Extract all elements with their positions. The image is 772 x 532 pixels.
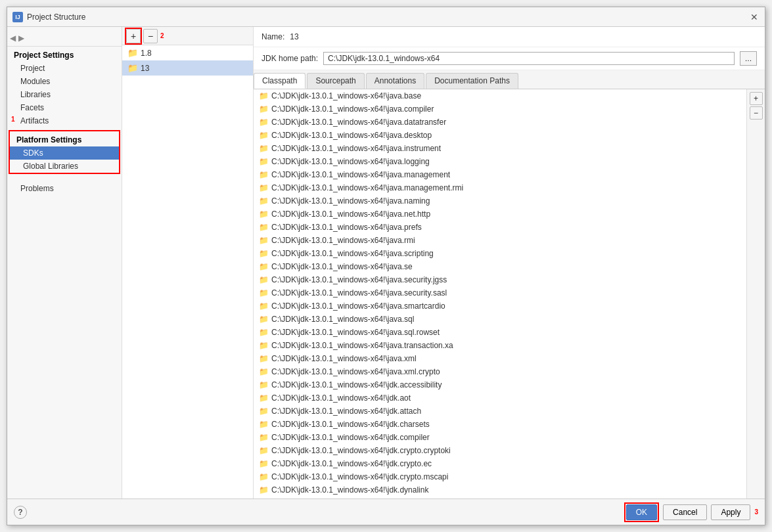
path-list-item[interactable]: 📁C:\JDK\jdk-13.0.1_windows-x64!\jdk.cryp… [254, 444, 746, 457]
path-list-item[interactable]: 📁C:\JDK\jdk-13.0.1_windows-x64!\java.nam… [254, 194, 746, 208]
sidebar-item-facets[interactable]: Facets [7, 101, 122, 114]
help-button[interactable]: ? [14, 506, 27, 519]
path-list-item[interactable]: 📁C:\JDK\jdk-13.0.1_windows-x64!\java.rmi [254, 234, 746, 247]
path-list-item[interactable]: 📁C:\JDK\jdk-13.0.1_windows-x64!\jdk.dyna… [254, 483, 746, 497]
path-list-item[interactable]: 📁C:\JDK\jdk-13.0.1_windows-x64!\java.scr… [254, 247, 746, 260]
path-list-item[interactable]: 📁C:\JDK\jdk-13.0.1_windows-x64!\java.se [254, 260, 746, 273]
path-folder-icon: 📁 [259, 301, 269, 311]
jdk-path-label: JDK home path: [261, 54, 318, 63]
jdk-browse-button[interactable]: … [740, 51, 757, 66]
path-text: C:\JDK\jdk-13.0.1_windows-x64!\java.sql.… [271, 328, 440, 337]
path-folder-icon: 📁 [259, 196, 269, 206]
path-folder-icon: 📁 [259, 367, 269, 376]
path-list-item[interactable]: 📁C:\JDK\jdk-13.0.1_windows-x64!\java.ins… [254, 142, 746, 155]
path-folder-icon: 📁 [259, 288, 269, 298]
sidebar-item-global-libraries[interactable]: Global Libraries [10, 160, 119, 173]
remove-path-button[interactable]: − [750, 106, 763, 120]
path-text: C:\JDK\jdk-13.0.1_windows-x64!\java.secu… [271, 275, 447, 284]
nav-forward-btn[interactable]: ▶ [18, 33, 24, 43]
path-text: C:\JDK\jdk-13.0.1_windows-x64!\java.base [271, 91, 421, 100]
path-list-item[interactable]: 📁C:\JDK\jdk-13.0.1_windows-x64!\java.man… [254, 181, 746, 194]
tab-sourcepath[interactable]: Sourcepath [307, 73, 364, 89]
path-list-item[interactable]: 📁C:\JDK\jdk-13.0.1_windows-x64!\jdk.char… [254, 418, 746, 431]
path-text: C:\JDK\jdk-13.0.1_windows-x64!\java.net.… [271, 210, 430, 219]
path-list-item[interactable]: 📁C:\JDK\jdk-13.0.1_windows-x64!\java.sql [254, 313, 746, 326]
tab-documentation[interactable]: Documentation Paths [426, 73, 518, 89]
path-folder-icon: 📁 [259, 170, 269, 179]
add-path-button[interactable]: + [750, 92, 763, 105]
paths-list: 📁C:\JDK\jdk-13.0.1_windows-x64!\java.bas… [254, 89, 746, 499]
path-list-item[interactable]: 📁C:\JDK\jdk-13.0.1_windows-x64!\java.dat… [254, 116, 746, 129]
sidebar-item-sdks[interactable]: SDKs [10, 146, 119, 160]
path-list-item[interactable]: 📁C:\JDK\jdk-13.0.1_windows-x64!\java.sql… [254, 326, 746, 339]
path-list-item[interactable]: 📁C:\JDK\jdk-13.0.1_windows-x64!\java.tra… [254, 339, 746, 352]
path-folder-icon: 📁 [259, 459, 269, 468]
path-list-item[interactable]: 📁C:\JDK\jdk-13.0.1_windows-x64!\java.com… [254, 102, 746, 116]
path-list-item[interactable]: 📁C:\JDK\jdk-13.0.1_windows-x64!\jdk.comp… [254, 431, 746, 444]
path-text: C:\JDK\jdk-13.0.1_windows-x64!\jdk.chars… [271, 420, 430, 429]
badge-1: 1 [11, 116, 15, 123]
path-folder-icon: 📁 [259, 407, 269, 416]
sdk-list: 📁 1.8 📁 13 [122, 45, 253, 499]
path-folder-icon: 📁 [259, 380, 269, 389]
path-folder-icon: 📁 [259, 328, 269, 337]
path-list-item[interactable]: 📁C:\JDK\jdk-13.0.1_windows-x64!\java.bas… [254, 89, 746, 102]
path-list-item[interactable]: 📁C:\JDK\jdk-13.0.1_windows-x64!\jdk.aot [254, 391, 746, 405]
center-panel: + − 2 📁 1.8 📁 13 [122, 27, 765, 499]
sdk-toolbar: + − 2 [122, 27, 253, 45]
path-folder-icon: 📁 [259, 393, 269, 403]
path-text: C:\JDK\jdk-13.0.1_windows-x64!\java.mana… [271, 170, 450, 179]
path-folder-icon: 📁 [259, 315, 269, 324]
path-list-item[interactable]: 📁C:\JDK\jdk-13.0.1_windows-x64!\java.sec… [254, 273, 746, 286]
path-folder-icon: 📁 [259, 91, 269, 100]
sidebar-item-artifacts[interactable]: 1 Artifacts [7, 114, 122, 127]
detail-panel: Name: 13 JDK home path: … Classpath [254, 27, 765, 499]
path-list-item[interactable]: 📁C:\JDK\jdk-13.0.1_windows-x64!\java.des… [254, 129, 746, 142]
path-list-item[interactable]: 📁C:\JDK\jdk-13.0.1_windows-x64!\java.sma… [254, 299, 746, 313]
path-list-item[interactable]: 📁C:\JDK\jdk-13.0.1_windows-x64!\java.net… [254, 208, 746, 221]
path-text: C:\JDK\jdk-13.0.1_windows-x64!\java.nami… [271, 196, 430, 206]
path-folder-icon: 📁 [259, 354, 269, 363]
path-list-item[interactable]: 📁C:\JDK\jdk-13.0.1_windows-x64!\java.xml… [254, 365, 746, 378]
path-list-item[interactable]: 📁C:\JDK\jdk-13.0.1_windows-x64!\java.sec… [254, 286, 746, 299]
tab-classpath[interactable]: Classpath [254, 73, 306, 89]
cancel-button[interactable]: Cancel [663, 504, 707, 520]
path-list-item[interactable]: 📁C:\JDK\jdk-13.0.1_windows-x64!\jdk.cryp… [254, 470, 746, 483]
ok-button[interactable]: OK [626, 504, 657, 520]
ok-btn-wrapper: OK [624, 502, 659, 522]
path-text: C:\JDK\jdk-13.0.1_windows-x64!\jdk.attac… [271, 407, 421, 416]
path-list-item[interactable]: 📁C:\JDK\jdk-13.0.1_windows-x64!\java.log… [254, 155, 746, 168]
sidebar-item-libraries[interactable]: Libraries [7, 88, 122, 101]
remove-sdk-button[interactable]: − [143, 29, 158, 43]
tab-annotations[interactable]: Annotations [366, 73, 424, 89]
path-list-item[interactable]: 📁C:\JDK\jdk-13.0.1_windows-x64!\jdk.atta… [254, 405, 746, 418]
path-text: C:\JDK\jdk-13.0.1_windows-x64!\java.comp… [271, 104, 434, 114]
add-sdk-button[interactable]: + [126, 29, 141, 43]
app-icon: IJ [12, 12, 23, 22]
path-text: C:\JDK\jdk-13.0.1_windows-x64!\java.xml [271, 354, 417, 363]
path-list-item[interactable]: 📁C:\JDK\jdk-13.0.1_windows-x64!\java.man… [254, 168, 746, 181]
sidebar-item-problems[interactable]: Problems [7, 182, 122, 195]
path-list-item[interactable]: 📁C:\JDK\jdk-13.0.1_windows-x64!\java.xml [254, 352, 746, 365]
name-label: Name: [261, 32, 284, 41]
jdk-path-input[interactable] [323, 52, 735, 65]
path-list-item[interactable]: 📁C:\JDK\jdk-13.0.1_windows-x64!\jdk.acce… [254, 378, 746, 391]
path-text: C:\JDK\jdk-13.0.1_windows-x64!\java.pref… [271, 223, 422, 232]
path-list-item[interactable]: 📁C:\JDK\jdk-13.0.1_windows-x64!\java.pre… [254, 221, 746, 234]
path-list-item[interactable]: 📁C:\JDK\jdk-13.0.1_windows-x64!\jdk.cryp… [254, 457, 746, 470]
path-text: C:\JDK\jdk-13.0.1_windows-x64!\java.data… [271, 118, 446, 127]
path-text: C:\JDK\jdk-13.0.1_windows-x64!\jdk.crypt… [271, 472, 448, 481]
path-folder-icon: 📁 [259, 183, 269, 192]
close-button[interactable]: ✕ [749, 12, 760, 22]
sdk-list-item-13[interactable]: 📁 13 [122, 60, 253, 76]
path-text: C:\JDK\jdk-13.0.1_windows-x64!\jdk.compi… [271, 433, 430, 442]
sidebar-item-project[interactable]: Project [7, 62, 122, 75]
apply-button[interactable]: Apply [711, 504, 750, 520]
sdk-list-item-1.8[interactable]: 📁 1.8 [122, 45, 253, 60]
sidebar-item-modules[interactable]: Modules [7, 75, 122, 88]
path-folder-icon: 📁 [259, 485, 269, 495]
path-text: C:\JDK\jdk-13.0.1_windows-x64!\jdk.crypt… [271, 446, 451, 455]
path-text: C:\JDK\jdk-13.0.1_windows-x64!\java.se [271, 262, 413, 271]
platform-settings-header: Platform Settings [10, 131, 119, 146]
nav-back-btn[interactable]: ◀ [10, 33, 16, 43]
